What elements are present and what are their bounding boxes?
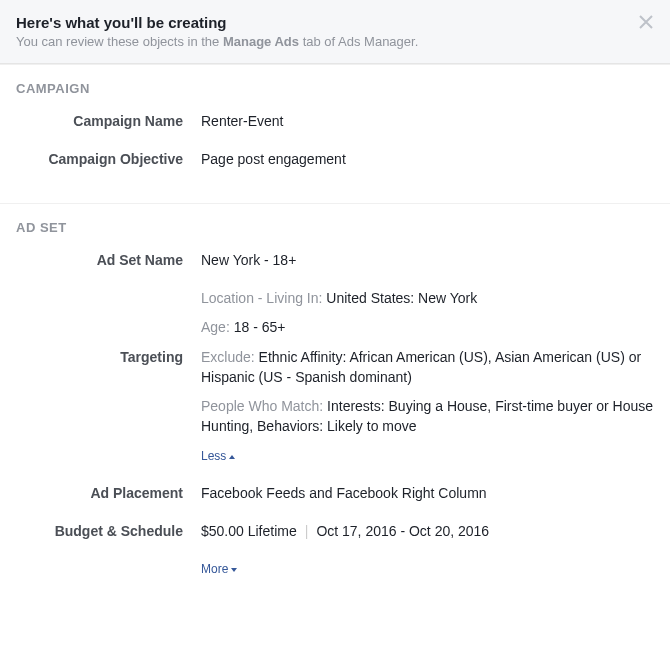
targeting-exclude-val: Ethnic Affinity: African American (US), … bbox=[201, 349, 641, 385]
adset-targeting-value: Location - Living In: United States: New… bbox=[201, 289, 654, 466]
dialog-title: Here's what you'll be creating bbox=[16, 14, 654, 31]
targeting-match-key: People Who Match: bbox=[201, 398, 323, 414]
campaign-section-title: CAMPAIGN bbox=[16, 81, 654, 96]
targeting-match: People Who Match: Interests: Buying a Ho… bbox=[201, 397, 654, 436]
adset-name-row: Ad Set Name New York - 18+ bbox=[16, 251, 654, 271]
more-label: More bbox=[201, 561, 228, 578]
targeting-age: Age: 18 - 65+ bbox=[201, 318, 654, 338]
adset-section: AD SET Ad Set Name New York - 18+ Target… bbox=[0, 203, 670, 613]
less-label: Less bbox=[201, 448, 226, 465]
adset-more-row: More bbox=[16, 559, 654, 579]
schedule-range: Oct 17, 2016 - Oct 20, 2016 bbox=[316, 523, 489, 539]
targeting-location-key: Location - Living In: bbox=[201, 290, 322, 306]
adset-name-value: New York - 18+ bbox=[201, 251, 654, 271]
targeting-location: Location - Living In: United States: New… bbox=[201, 289, 654, 309]
subtitle-bold: Manage Ads bbox=[223, 34, 299, 49]
caret-down-icon bbox=[231, 568, 237, 572]
targeting-age-key: Age: bbox=[201, 319, 230, 335]
adset-name-label: Ad Set Name bbox=[16, 251, 201, 268]
targeting-exclude-key: Exclude: bbox=[201, 349, 255, 365]
budget-amount: $50.00 Lifetime bbox=[201, 523, 297, 539]
adset-budget-value: $50.00 Lifetime|Oct 17, 2016 - Oct 20, 2… bbox=[201, 522, 654, 542]
adset-placement-label: Ad Placement bbox=[16, 484, 201, 501]
campaign-section: CAMPAIGN Campaign Name Renter-Event Camp… bbox=[0, 64, 670, 203]
subtitle-post: tab of Ads Manager. bbox=[299, 34, 418, 49]
dialog-subtitle: You can review these objects in the Mana… bbox=[16, 34, 654, 49]
targeting-age-val: 18 - 65+ bbox=[230, 319, 286, 335]
targeting-location-val: United States: New York bbox=[322, 290, 477, 306]
campaign-objective-value: Page post engagement bbox=[201, 150, 654, 170]
subtitle-pre: You can review these objects in the bbox=[16, 34, 223, 49]
campaign-objective-label: Campaign Objective bbox=[16, 150, 201, 167]
adset-targeting-row: Targeting Location - Living In: United S… bbox=[16, 289, 654, 466]
campaign-name-label: Campaign Name bbox=[16, 112, 201, 129]
close-icon[interactable] bbox=[638, 14, 654, 30]
targeting-less-toggle[interactable]: Less bbox=[201, 448, 235, 465]
adset-placement-row: Ad Placement Facebook Feeds and Facebook… bbox=[16, 484, 654, 504]
adset-more-toggle[interactable]: More bbox=[201, 561, 237, 578]
dialog-header: Here's what you'll be creating You can r… bbox=[0, 0, 670, 64]
more-container: More bbox=[201, 559, 654, 579]
spacer bbox=[16, 559, 201, 560]
caret-up-icon bbox=[229, 455, 235, 459]
adset-section-title: AD SET bbox=[16, 220, 654, 235]
campaign-objective-row: Campaign Objective Page post engagement bbox=[16, 150, 654, 170]
adset-targeting-label: Targeting bbox=[16, 289, 201, 365]
campaign-name-value: Renter-Event bbox=[201, 112, 654, 132]
adset-placement-value: Facebook Feeds and Facebook Right Column bbox=[201, 484, 654, 504]
targeting-exclude: Exclude: Ethnic Affinity: African Americ… bbox=[201, 348, 654, 387]
campaign-name-row: Campaign Name Renter-Event bbox=[16, 112, 654, 132]
adset-budget-row: Budget & Schedule $50.00 Lifetime|Oct 17… bbox=[16, 522, 654, 542]
divider-pipe: | bbox=[305, 523, 309, 539]
adset-budget-label: Budget & Schedule bbox=[16, 522, 201, 539]
